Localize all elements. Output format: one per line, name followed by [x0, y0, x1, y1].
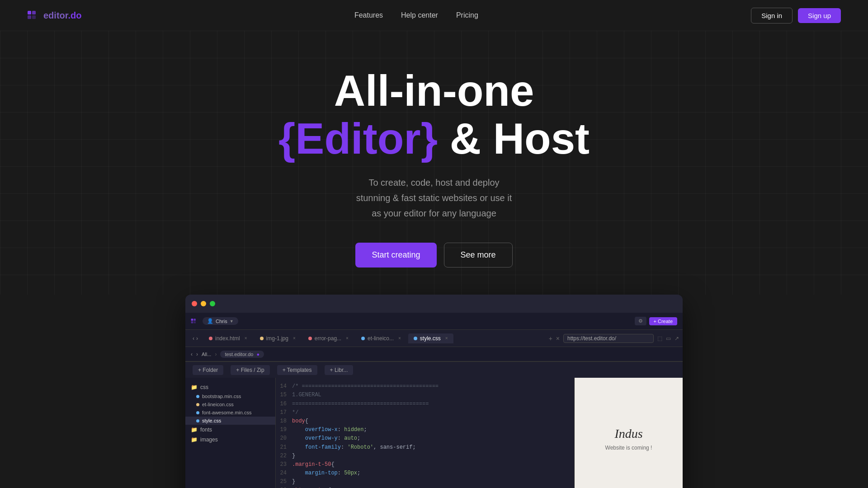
new-tab-icon[interactable]: + [549, 335, 552, 342]
code-line-15: 15 1.GENERAL [276, 391, 574, 399]
hero-title-line2: {Editor} & Host [278, 115, 590, 163]
see-more-button[interactable]: See more [444, 243, 513, 267]
add-folder-button[interactable]: + Folder [193, 365, 223, 375]
svg-rect-2 [28, 15, 31, 19]
sidebar-folder-images[interactable]: 📁 images [185, 435, 275, 445]
tab-img-label: img-1.jpg [266, 335, 288, 342]
code-line-14: 14 /* ==================================… [276, 382, 574, 391]
tab-lineicon[interactable]: et-lineico... × [356, 333, 406, 343]
tab-error-dot [308, 337, 312, 340]
tab-nav-arrows[interactable]: ‹ › [189, 335, 202, 342]
tab-html-label: index.html [215, 335, 240, 342]
tab-style-label: style.css [420, 335, 441, 342]
file-style-dot [196, 419, 199, 422]
code-line-24: 24 margin-top: 50px; [276, 469, 574, 478]
start-creating-button[interactable]: Start creating [355, 243, 436, 267]
tab-html[interactable]: index.html × [203, 333, 253, 343]
add-library-button[interactable]: + Libr... [325, 365, 354, 375]
chrome-minimize-dot [201, 301, 206, 306]
editor-top-bar: 👤 Chris ▼ ⚙ + Create [185, 313, 683, 330]
sidebar-file-fontawesome[interactable]: font-awesome.min.css [185, 408, 275, 417]
code-line-25: 25 } [276, 478, 574, 486]
editor-preview-wrapper: 👤 Chris ▼ ⚙ + Create ‹ › index.html × [0, 295, 868, 488]
view-icon-3[interactable]: ↗ [675, 335, 679, 342]
editor-tabbar[interactable]: ‹ › index.html × img-1.jpg × error-pag..… [185, 330, 683, 347]
nav-features[interactable]: Features [354, 11, 383, 19]
folder-css-icon: 📁 [191, 384, 198, 390]
tab-html-close[interactable]: × [245, 336, 247, 341]
tab-style-close[interactable]: × [445, 336, 448, 341]
view-icon-2[interactable]: ▭ [666, 335, 671, 342]
tab-img-close[interactable]: × [293, 336, 296, 341]
tab-error[interactable]: error-pag... × [303, 333, 354, 343]
sidebar-folder-css[interactable]: 📁 css [185, 382, 275, 392]
close-tab-icon[interactable]: × [556, 335, 560, 342]
hero-editor-word: {Editor} [278, 114, 438, 163]
hero-subtitle: To create, code, host and deploy stunnin… [356, 175, 512, 221]
logo-icon [27, 9, 40, 22]
tab-lineicon-dot [361, 337, 365, 340]
code-line-21: 21 font-family: 'Roboto', sans-serif; [276, 443, 574, 452]
sidebar-file-bootstrap[interactable]: bootstrap.min.css [185, 392, 275, 400]
code-line-18: 18 body{ [276, 417, 574, 426]
svg-rect-0 [28, 11, 31, 14]
tab-img[interactable]: img-1.jpg × [255, 333, 301, 343]
sidebar-file-etlineicon[interactable]: et-lineicon.css [185, 400, 275, 408]
tab-error-close[interactable]: × [346, 336, 349, 341]
editor-nav: ‹ › All... › test.editor.do ● [185, 347, 683, 361]
editor-preview-panel: Indus Website is coming ! [574, 378, 683, 488]
editor-logo-icon [191, 318, 198, 325]
create-button[interactable]: + Create [649, 317, 678, 325]
editor-sidebar: 📁 css bootstrap.min.css et-lineicon.css … [185, 378, 276, 488]
editor-code-area[interactable]: 14 /* ==================================… [276, 378, 574, 488]
tab-actions: + × https://test.editor.do/ ⬚ ▭ ↗ [549, 334, 679, 343]
editor-top-actions: ⚙ + Create [635, 317, 678, 325]
nav-actions: Sign in Sign up [751, 8, 841, 23]
user-badge[interactable]: 👤 Chris ▼ [203, 317, 238, 325]
nav-links: Features Help center Pricing [354, 11, 478, 19]
svg-rect-5 [193, 319, 196, 321]
view-icon-1[interactable]: ⬚ [657, 335, 662, 342]
breadcrumb-all: All... [202, 352, 211, 357]
chrome-close-dot [192, 301, 197, 306]
hero-host-word: & Host [438, 114, 590, 163]
chrome-expand-dot [210, 301, 215, 306]
preview-title: Indus [614, 427, 642, 441]
code-line-22: 22 } [276, 452, 574, 460]
add-files-button[interactable]: + Files / Zip [231, 365, 269, 375]
file-style-label: style.css [202, 418, 221, 423]
logo[interactable]: editor.do [27, 9, 81, 22]
add-templates-button[interactable]: + Templates [277, 365, 317, 375]
code-line-16: 16 =====================================… [276, 400, 574, 408]
svg-rect-1 [32, 11, 36, 14]
folder-fonts-label: fonts [200, 427, 212, 433]
file-bootstrap-dot [196, 395, 199, 398]
signin-button[interactable]: Sign in [751, 8, 793, 23]
settings-icon-btn[interactable]: ⚙ [635, 317, 646, 325]
svg-rect-4 [191, 319, 193, 321]
folder-images-label: images [200, 436, 218, 443]
hero-title-line1: All-in-one [334, 67, 534, 115]
tab-lineicon-close[interactable]: × [398, 336, 401, 341]
logo-text: editor.do [43, 10, 81, 21]
file-bootstrap-label: bootstrap.min.css [202, 394, 241, 399]
sidebar-folder-fonts[interactable]: 📁 fonts [185, 425, 275, 435]
url-bar[interactable]: https://test.editor.do/ [563, 334, 654, 343]
tab-lineicon-label: et-lineico... [368, 335, 394, 342]
preview-content: Indus Website is coming ! [596, 378, 661, 488]
signup-button[interactable]: Sign up [798, 8, 841, 23]
tab-img-dot [260, 337, 264, 340]
editor-body: 📁 css bootstrap.min.css et-lineicon.css … [185, 378, 683, 488]
preview-subtitle: Website is coming ! [605, 445, 652, 451]
nav-help[interactable]: Help center [401, 11, 438, 19]
code-line-17: 17 */ [276, 408, 574, 417]
nav-pricing[interactable]: Pricing [456, 11, 478, 19]
hero-buttons: Start creating See more [355, 243, 512, 267]
editor-toolbar: + Folder + Files / Zip + Templates + Lib… [185, 361, 683, 378]
editor-chrome [185, 295, 683, 313]
tab-error-label: error-pag... [315, 335, 341, 342]
svg-rect-3 [32, 15, 36, 19]
file-etlineicon-dot [196, 403, 199, 406]
tab-style[interactable]: style.css × [408, 333, 453, 343]
sidebar-file-style[interactable]: style.css [185, 417, 275, 425]
